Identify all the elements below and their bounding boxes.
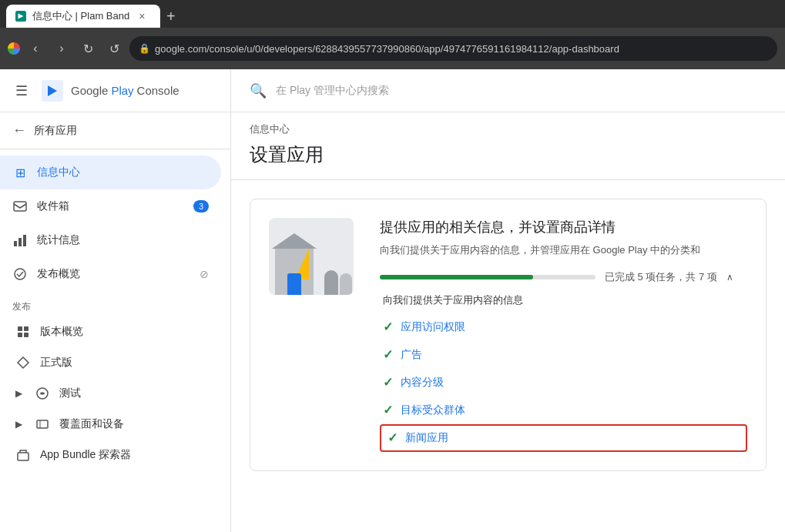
url-bar[interactable]: 🔒 google.com/console/u/0/developers/6288…: [129, 36, 777, 61]
release-overview-icon: [12, 266, 28, 282]
svg-rect-11: [18, 333, 22, 337]
setup-info: 提供应用的相关信息，并设置商品详情 向我们提供关于应用内容的信息，并管理应用在 …: [380, 218, 747, 452]
svg-point-8: [15, 269, 25, 279]
svg-rect-5: [14, 241, 17, 246]
test-expand-arrow[interactable]: ▶: [15, 388, 22, 399]
coverage-expand-arrow[interactable]: ▶: [15, 419, 22, 430]
coverage-label: 覆盖面和设备: [59, 417, 209, 431]
active-tab[interactable]: 信息中心 | Plam Band ×: [6, 5, 160, 28]
sidebar-item-dashboard[interactable]: ⊞ 信息中心: [0, 156, 221, 189]
setup-title: 提供应用的相关信息，并设置商品详情: [380, 218, 747, 236]
dashboard-label: 信息中心: [37, 166, 209, 179]
sidebar-item-version[interactable]: 版本概览: [0, 316, 221, 347]
bundle-icon: [15, 447, 31, 463]
browser-chrome: 信息中心 | Plam Band × + ‹ › ↻ ↺ 🔒 google.co…: [0, 0, 785, 69]
task-item-audience: ✓ 目标受众群体: [380, 396, 747, 424]
sidebar-item-bundle[interactable]: App Bundle 探索器: [0, 440, 221, 470]
task-label-permissions[interactable]: 应用访问权限: [401, 320, 465, 334]
roof-shape: [272, 233, 317, 249]
page-title: 设置应用: [231, 139, 785, 180]
forward-button[interactable]: ›: [51, 38, 72, 59]
back-label: 所有应用: [34, 124, 77, 138]
release-overview-label: 发布概览: [37, 267, 190, 281]
sidebar-item-stats[interactable]: 统计信息: [0, 223, 221, 257]
task-section-label: 向我们提供关于应用内容的信息: [380, 293, 747, 307]
refresh-button[interactable]: ↻: [77, 38, 99, 59]
task-label-rating[interactable]: 内容分级: [401, 376, 444, 390]
breadcrumb: 信息中心: [231, 112, 785, 139]
svg-rect-14: [37, 420, 48, 428]
inbox-icon: [12, 199, 28, 214]
console-title: Google Play Console: [71, 84, 179, 97]
setup-card: 提供应用的相关信息，并设置商品详情 向我们提供关于应用内容的信息，并管理应用在 …: [250, 199, 767, 471]
progress-bar-background: [380, 275, 595, 279]
check-icon-audience: ✓: [383, 403, 393, 417]
browser-favicon: [8, 42, 20, 55]
svg-rect-7: [23, 235, 26, 246]
sidebar-item-release-overview[interactable]: 发布概览 ⊘: [0, 257, 221, 291]
task-item-ads: ✓ 广告: [380, 341, 747, 369]
door-shape: [287, 273, 301, 295]
check-icon-permissions: ✓: [383, 320, 393, 334]
address-bar: ‹ › ↻ ↺ 🔒 google.com/console/u/0/develop…: [0, 28, 785, 69]
sidebar-nav: ⊞ 信息中心 收件箱 3 统计信息: [0, 149, 230, 477]
new-tab-button[interactable]: +: [166, 5, 176, 28]
task-item-news: ✓ 新闻应用: [380, 424, 747, 452]
setup-section: 提供应用的相关信息，并设置商品详情 向我们提供关于应用内容的信息，并管理应用在 …: [231, 180, 785, 490]
play-console-logo: [42, 80, 63, 102]
test-label: 测试: [59, 386, 209, 400]
version-label: 版本概览: [40, 325, 209, 339]
publish-section-title: 发布: [0, 291, 230, 316]
svg-rect-16: [18, 453, 29, 460]
search-placeholder: 在 Play 管理中心内搜索: [276, 84, 389, 98]
setup-illustration: [269, 218, 361, 452]
main-content: 🔍 在 Play 管理中心内搜索 信息中心 设置应用: [231, 69, 785, 532]
tab-title: 信息中心 | Plam Band: [32, 9, 129, 23]
check-icon-news: ✓: [387, 430, 398, 445]
dashboard-icon: ⊞: [12, 165, 28, 180]
breadcrumb-text: 信息中心: [250, 123, 290, 135]
check-icon-rating: ✓: [383, 375, 393, 390]
back-button[interactable]: ‹: [25, 38, 46, 59]
svg-rect-4: [14, 202, 26, 211]
task-item-rating: ✓ 内容分级: [380, 369, 747, 396]
coverage-icon: [35, 417, 50, 432]
setup-desc: 向我们提供关于应用内容的信息，并管理应用在 Google Play 中的分类和: [380, 243, 747, 258]
bundle-label: App Bundle 探索器: [40, 448, 209, 462]
figure2-shape: [340, 273, 352, 295]
back-arrow-icon: ←: [12, 122, 26, 139]
sidebar-item-release[interactable]: 正式版: [0, 347, 221, 378]
progress-bar-fill: [380, 275, 533, 279]
task-list: 向我们提供关于应用内容的信息 ✓ 应用访问权限 ✓ 广告: [380, 293, 747, 452]
tab-close-button[interactable]: ×: [139, 10, 145, 22]
search-icon: 🔍: [250, 82, 267, 99]
release-icon: [15, 355, 31, 370]
hamburger-menu[interactable]: ☰: [9, 79, 34, 103]
sidebar-item-inbox[interactable]: 收件箱 3: [0, 189, 221, 223]
figure1-shape: [324, 270, 338, 295]
history-button[interactable]: ↺: [103, 38, 125, 59]
check-icon-ads: ✓: [383, 347, 393, 362]
stats-label: 统计信息: [37, 233, 209, 247]
tab-bar: 信息中心 | Plam Band × +: [0, 0, 785, 28]
svg-rect-6: [18, 238, 22, 246]
main-wrapper: ☰ Google Play Console ← 所有应用 ⊞ 信息中心: [0, 69, 785, 532]
task-label-news[interactable]: 新闻应用: [405, 431, 448, 445]
tab-favicon: [15, 11, 26, 22]
task-label-ads[interactable]: 广告: [401, 348, 422, 362]
svg-rect-9: [18, 326, 22, 331]
progress-section: 已完成 5 项任务，共 7 项 ∧: [380, 270, 747, 284]
inbox-badge: 3: [193, 200, 209, 212]
task-label-audience[interactable]: 目标受众群体: [401, 403, 465, 417]
svg-rect-12: [24, 333, 29, 337]
version-icon: [15, 324, 31, 340]
progress-label: 已完成 5 项任务，共 7 项: [605, 270, 717, 284]
inbox-label: 收件箱: [37, 199, 184, 213]
sidebar-item-test[interactable]: ▶ 测试: [0, 378, 221, 409]
all-apps-back[interactable]: ← 所有应用: [0, 112, 230, 149]
lock-icon: 🔒: [139, 43, 150, 54]
progress-expand-icon[interactable]: ∧: [726, 272, 733, 283]
sidebar-item-coverage[interactable]: ▶ 覆盖面和设备: [0, 409, 221, 440]
sidebar: ☰ Google Play Console ← 所有应用 ⊞ 信息中心: [0, 69, 231, 532]
progress-row: 已完成 5 项任务，共 7 项 ∧: [380, 270, 747, 284]
